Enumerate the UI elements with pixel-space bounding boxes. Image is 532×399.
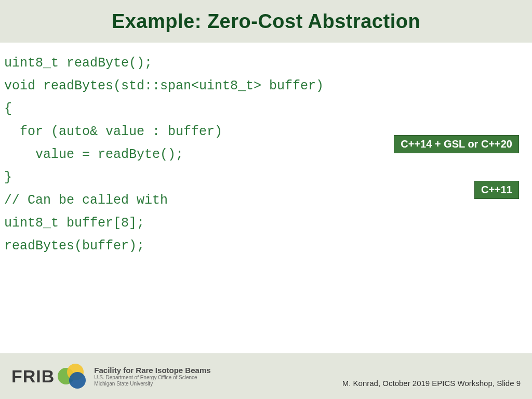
slide-content: uint8_t readByte(); void readBytes(std::… xyxy=(0,43,532,353)
code-line: } xyxy=(4,166,528,189)
frib-logo-text: FRIB xyxy=(11,366,55,387)
facility-name: Facility for Rare Isotope Beams xyxy=(94,366,210,375)
code-line: { xyxy=(4,98,528,121)
slide-header: Example: Zero-Cost Abstraction xyxy=(0,0,532,43)
facility-subline: U.S. Department of Energy Office of Scie… xyxy=(94,375,210,381)
slide-footer: FRIB Facility for Rare Isotope Beams U.S… xyxy=(0,353,532,399)
code-line: void readBytes(std::span<uint8_t> buffer… xyxy=(4,75,528,98)
slide-title: Example: Zero-Cost Abstraction xyxy=(112,10,420,33)
code-line: // Can be called with xyxy=(4,189,528,212)
version-badge-rangefor: C++11 xyxy=(474,181,519,199)
version-badge-span: C++14 + GSL or C++20 xyxy=(394,135,519,153)
facility-subline: Michigan State University xyxy=(94,381,210,387)
frib-logo-icon xyxy=(58,364,89,389)
code-line: uint8_t buffer[8]; xyxy=(4,212,528,235)
code-line: readBytes(buffer); xyxy=(4,235,528,258)
facility-text-block: Facility for Rare Isotope Beams U.S. Dep… xyxy=(94,366,210,387)
slide-attribution: M. Konrad, October 2019 EPICS Workshop, … xyxy=(342,379,521,388)
code-line: uint8_t readByte(); xyxy=(4,52,528,75)
frib-logo: FRIB xyxy=(11,364,89,389)
